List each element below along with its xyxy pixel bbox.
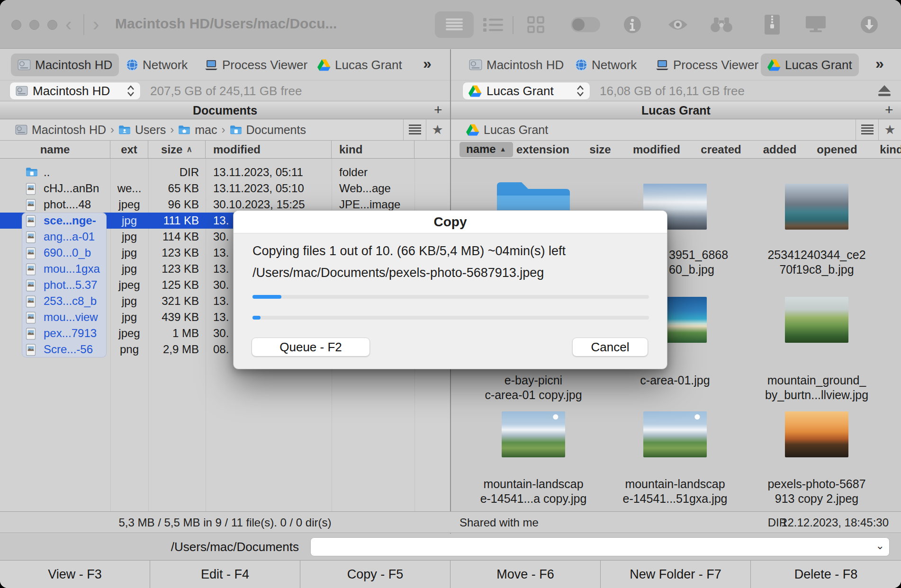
file-label[interactable]: pexels-photo-5687913 copy 2.jpeg [746,477,888,506]
breadcrumb-item[interactable]: Documents [246,123,306,137]
tab-label: Lucas Grant [335,58,402,72]
tab-right-process-viewer[interactable]: Process Viewer [649,53,765,76]
copy-f5-button[interactable]: Copy - F5 [300,561,450,588]
detail-list-view-button[interactable] [482,11,504,38]
forward-icon[interactable]: › [93,16,99,33]
tab-overflow-left[interactable]: » [423,55,432,72]
eject-icon[interactable] [877,84,892,98]
tab-left-process-viewer[interactable]: Process Viewer [198,53,314,76]
pane-title-right: Lucas Grant [451,104,901,117]
breadcrumb-item[interactable]: Users [135,123,166,137]
column-header-added[interactable]: added [763,143,797,156]
list-view-button[interactable] [435,11,474,38]
copy-status-text: Copying files 1 out of 10. (66 KB/5,4 MB… [252,244,566,258]
tab-label: Lucas Grant [785,58,852,72]
minimize-window-button[interactable] [29,20,39,30]
image-thumbnail[interactable] [785,184,848,230]
sort-asc-icon: ▲ [500,145,506,153]
view-f3-button[interactable]: View - F3 [0,561,150,588]
image-file-icon [26,328,36,340]
tab-left-macintosh-hd[interactable]: Macintosh HD [11,53,119,76]
drive-selector-left[interactable]: Macintosh HD [9,82,141,100]
breadcrumb-right[interactable]: Lucas Grant [466,119,548,140]
file-label[interactable]: mountain_ground_by_burtn...llview.jpg [746,373,888,402]
column-header-opened[interactable]: opened [817,143,857,156]
view-options-button[interactable] [403,119,426,140]
command-input[interactable]: ⌄ [310,537,890,556]
column-header-name-right[interactable]: name▲ [460,142,513,157]
chevron-separator: › [170,123,174,136]
add-tab-button-left[interactable]: + [434,102,442,118]
tab-label: Process Viewer [222,58,307,72]
column-header-kind[interactable]: kind [332,141,414,158]
image-thumbnail[interactable] [502,411,565,457]
column-header-ext[interactable]: ext [110,141,148,158]
image-thumbnail[interactable] [785,411,848,457]
tab-right-network[interactable]: Network [568,53,643,76]
image-thumbnail[interactable] [785,297,848,343]
breadcrumb-left[interactable]: Macintosh HD › Users › mac › Documents [15,119,306,140]
file-label[interactable]: e-bay-picnic-area-01 copy.jpg [462,373,604,402]
back-icon[interactable]: ‹ [65,16,72,33]
function-key-bar: View - F3 Edit - F4 Copy - F5 Move - F6 … [0,560,901,588]
file-label[interactable]: mountain-landscape-14541...a copy.jpg [462,477,604,506]
file-label[interactable]: mountain-landscape-14541...51gxa.jpg [604,477,746,506]
grid-view-button[interactable] [525,11,547,38]
cancel-button[interactable]: Cancel [572,338,648,356]
tab-left-network[interactable]: Network [119,53,194,76]
tab-left-lucas-grant[interactable]: Lucas Grant [311,53,409,76]
network-display-icon [804,15,828,34]
column-header-size-right[interactable]: size [589,143,611,156]
column-header-extension[interactable]: extension [516,143,569,156]
column-header-created[interactable]: created [701,143,741,156]
binoculars-icon [710,17,733,33]
title-bar: ‹ › Macintosh HD/Users/mac/Docu... [0,0,901,49]
chevron-down-icon[interactable]: ⌄ [876,540,884,552]
file-label[interactable]: c-area-01.jpg [604,373,746,388]
quick-look-button[interactable] [667,11,689,38]
search-button[interactable] [710,11,733,38]
dual-pane-toggle[interactable] [570,11,601,38]
column-header-modified[interactable]: modified [206,141,332,158]
google-drive-icon [317,59,331,71]
globe-icon [126,59,138,71]
favorites-button[interactable]: ★ [426,119,449,140]
favorites-button[interactable]: ★ [878,119,901,140]
tab-right-macintosh-hd[interactable]: Macintosh HD [462,53,570,76]
view-options-button[interactable] [856,119,878,140]
delete-f8-button[interactable]: Delete - F8 [751,561,901,588]
hard-drive-icon [18,59,31,71]
breadcrumb-item[interactable]: Lucas Grant [484,123,548,137]
column-header-kind-right[interactable]: kind [880,143,901,156]
status-datetime: 12.12.2023, 18:45:30 [781,516,889,529]
list-view-icon [446,18,463,31]
tab-overflow-right[interactable]: » [875,55,884,72]
breadcrumb-item[interactable]: mac [195,123,217,137]
archive-button[interactable] [763,11,782,38]
column-header-modified-right[interactable]: modified [633,143,680,156]
google-drive-icon [466,124,479,136]
network-connections-button[interactable] [803,11,828,38]
new-folder-f7-button[interactable]: New Folder - F7 [601,561,751,588]
file-label[interactable]: 25341240344_ce270f19c8_b.jpg [746,248,888,277]
add-tab-button-right[interactable]: + [885,102,893,118]
column-header-name[interactable]: name [0,141,110,158]
column-header-size[interactable]: size∧ [148,141,206,158]
image-thumbnail[interactable] [643,411,707,457]
free-space-right: 16,08 GB of 16,11 GB free [600,84,745,98]
close-window-button[interactable] [11,20,21,30]
tab-right-lucas-grant[interactable]: Lucas Grant [761,53,859,76]
download-button[interactable] [860,11,879,38]
info-button[interactable] [623,11,642,38]
file-row[interactable]: cHJ...anBn we...65 KB13.11.2023, 05:10We… [0,180,450,196]
edit-f4-button[interactable]: Edit - F4 [150,561,300,588]
breadcrumb-item[interactable]: Macintosh HD [32,123,106,137]
image-file-icon [26,183,36,195]
move-f6-button[interactable]: Move - F6 [450,561,601,588]
image-file-icon [26,279,36,292]
queue-button[interactable]: Queue - F2 [252,338,370,356]
file-row[interactable]: .. DIR13.11.2023, 05:11folder [0,164,450,180]
copy-file-path: /Users/mac/Documents/pexels-photo-568791… [252,266,544,280]
drive-selector-right[interactable]: Lucas Grant [462,82,590,100]
zoom-window-button[interactable] [47,20,57,30]
